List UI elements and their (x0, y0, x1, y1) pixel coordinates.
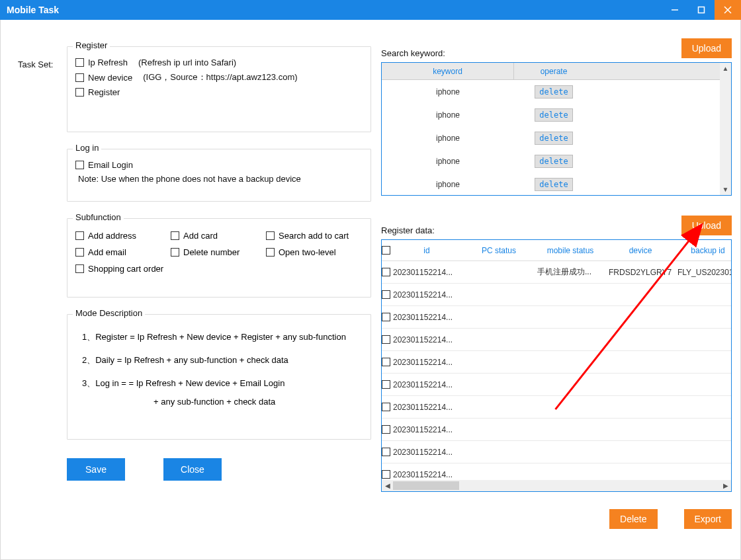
close-window-button[interactable] (715, 0, 741, 20)
export-button[interactable]: Export (684, 509, 732, 529)
id-cell: 202301152214... (390, 268, 463, 277)
delete-keyword-button[interactable]: delete (535, 178, 572, 191)
mode-line-3b: + any sub-function + check data (153, 395, 363, 409)
close-button[interactable]: Close (163, 458, 222, 481)
delete-number-label: Delete number (183, 247, 240, 257)
upload-register-button[interactable]: Upload (681, 216, 732, 235)
keyword-cell: iphone (382, 176, 514, 193)
maximize-button[interactable] (688, 0, 715, 20)
id-cell: 202301152214... (390, 290, 463, 300)
register-checkbox[interactable] (75, 88, 84, 97)
mode-line-3: 3、Log in = = Ip Refresh + New device + E… (82, 377, 363, 391)
scroll-thumb[interactable] (393, 481, 459, 490)
row-checkbox[interactable] (382, 313, 390, 321)
new-device-label: New device (88, 73, 132, 83)
register-row: 202301152214... (382, 306, 731, 329)
row-checkbox[interactable] (382, 335, 390, 344)
row-checkbox[interactable] (382, 425, 390, 434)
delete-number-checkbox[interactable] (171, 248, 179, 257)
row-checkbox[interactable] (382, 403, 390, 411)
keyword-cell: iphone (382, 83, 514, 100)
right-column: Search keyword: Upload keyword operate i… (381, 38, 732, 492)
register-row: 202301152214... (382, 351, 731, 374)
subfunction-group: Subfunction Add address Add card Search … (67, 218, 371, 298)
register-label: Register (88, 87, 120, 97)
delete-keyword-button[interactable]: delete (535, 155, 572, 168)
register-hscrollbar[interactable]: ◀ ▶ (382, 480, 731, 491)
keyword-row: iphonedelete (382, 173, 720, 196)
keyword-cell: iphone (382, 153, 514, 170)
add-email-checkbox[interactable] (75, 248, 84, 257)
register-row: 202301152214... (382, 419, 731, 441)
window-title: Mobile Task (7, 5, 59, 15)
ip-refresh-hint: (Refresh ip url into Safari) (138, 58, 236, 67)
register-row: 202301152214...手机注册成功...FRDSD2YLGRY7FLY_… (382, 261, 731, 284)
register-data-label: Register data: (381, 225, 435, 235)
delete-keyword-button[interactable]: delete (535, 132, 572, 145)
window: Mobile Task Task Set: Register Ip Refres… (0, 0, 741, 560)
row-checkbox[interactable] (382, 358, 390, 366)
mode-line-2: 2、Daily = Ip Refresh + any sub-function … (82, 354, 363, 368)
ip-refresh-checkbox[interactable] (75, 58, 84, 67)
id-cell: 202301152214... (390, 335, 463, 344)
scroll-right-icon[interactable]: ▶ (720, 480, 731, 491)
backup-id-col-header[interactable]: backup id (675, 246, 732, 255)
mobile-status-col-header[interactable]: mobile status (535, 246, 606, 255)
minimize-button[interactable] (662, 0, 688, 20)
add-address-checkbox[interactable] (75, 231, 84, 240)
device-cell: FRDSD2YLGRY7 (606, 268, 675, 277)
new-device-checkbox[interactable] (75, 73, 84, 82)
email-login-checkbox[interactable] (75, 161, 84, 169)
row-checkbox[interactable] (382, 470, 390, 479)
keyword-row: iphonedelete (382, 126, 720, 149)
keyword-cell: iphone (382, 106, 514, 124)
shopping-cart-label: Shopping cart order (88, 264, 163, 274)
id-cell: 202301152214... (390, 380, 463, 389)
id-cell: 202301152214... (390, 403, 463, 412)
svg-rect-1 (699, 7, 705, 13)
id-col-header[interactable]: id (390, 246, 463, 255)
shopping-cart-checkbox[interactable] (75, 264, 84, 273)
search-keyword-label: Search keyword: (381, 48, 445, 58)
delete-button[interactable]: Delete (609, 509, 657, 529)
register-row: 202301152214... (382, 284, 731, 306)
row-checkbox[interactable] (382, 380, 390, 389)
keyword-row: iphonedelete (382, 149, 720, 173)
login-legend: Log in (73, 143, 101, 153)
register-row: 202301152214... (382, 329, 731, 351)
task-set-label: Task Set: (18, 60, 53, 69)
register-header: id PC status mobile status device backup… (382, 240, 731, 261)
scroll-down-icon[interactable]: ▼ (720, 184, 731, 195)
scroll-up-icon[interactable]: ▲ (720, 63, 731, 74)
upload-keyword-button[interactable]: Upload (681, 38, 732, 58)
open-two-label: Open two-level (279, 247, 336, 257)
save-button[interactable]: Save (67, 458, 125, 481)
add-card-label: Add card (183, 231, 218, 241)
keyword-scrollbar[interactable]: ▲ ▼ (720, 63, 731, 195)
open-two-checkbox[interactable] (266, 248, 275, 257)
scroll-left-icon[interactable]: ◀ (382, 480, 393, 491)
device-col-header[interactable]: device (606, 246, 675, 255)
keyword-row: iphonedelete (382, 80, 720, 103)
mode-legend: Mode Description (73, 308, 145, 318)
delete-keyword-button[interactable]: delete (535, 108, 572, 122)
search-cart-label: Search add to cart (279, 231, 349, 241)
delete-keyword-button[interactable]: delete (535, 85, 572, 99)
add-address-label: Add address (88, 231, 136, 241)
register-row: 202301152214... (382, 374, 731, 396)
row-checkbox[interactable] (382, 448, 390, 456)
row-checkbox[interactable] (382, 268, 390, 276)
add-card-checkbox[interactable] (171, 231, 179, 240)
mode-line-1: 1、Register = Ip Refresh + New device + R… (82, 331, 363, 344)
row-checkbox[interactable] (382, 290, 390, 299)
body: Task Set: Register Ip Refresh (Refresh i… (0, 20, 741, 560)
pc-status-col-header[interactable]: PC status (463, 246, 535, 255)
select-all-checkbox[interactable] (382, 246, 390, 255)
backup-cell: FLY_US202301... (675, 268, 732, 277)
search-cart-checkbox[interactable] (266, 231, 275, 240)
id-cell: 202301152214... (390, 313, 463, 322)
titlebar: Mobile Task (0, 0, 741, 20)
id-cell: 202301152214... (390, 425, 463, 434)
mode-group: Mode Description 1、Register = Ip Refresh… (67, 314, 371, 440)
subfunction-legend: Subfunction (73, 212, 124, 222)
